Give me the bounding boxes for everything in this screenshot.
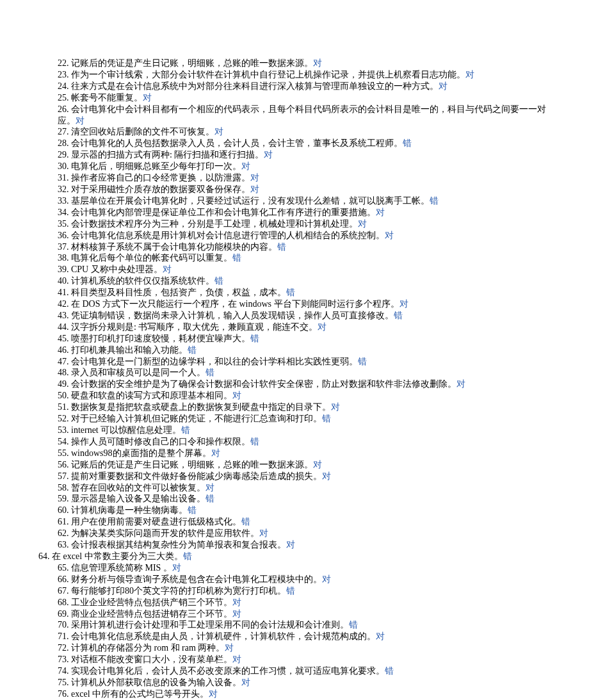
- question-number: 46.: [58, 345, 69, 355]
- question-number: 25.: [58, 93, 69, 102]
- question-text: 工业企业经营特点包括供产销三个环节。: [71, 598, 232, 607]
- question-number: 36.: [58, 231, 69, 240]
- question-item: 66. 财务分析与领导查询子系统是包含在会计电算化工程模块中的。对: [58, 574, 563, 585]
- question-number: 37.: [58, 242, 69, 252]
- answer-label: 对: [439, 81, 448, 91]
- answer-label: 错: [358, 357, 367, 366]
- question-number: 52.: [58, 414, 69, 423]
- question-item: 60. 计算机病毒是一种生物病毒。错: [58, 505, 563, 516]
- question-item: 65. 信息管理系统简称 MIS 。对: [58, 562, 563, 574]
- question-number: 42.: [58, 299, 69, 309]
- answer-label: 错: [188, 505, 197, 515]
- question-item: 35. 会计数据技术程序分为三种，分别是手工处理，机械处理和计算机处理。对: [58, 218, 563, 230]
- question-item: 62. 为解决某类实际问题而开发的软件是应用软件。对: [58, 528, 563, 539]
- answer-label: 对: [456, 379, 465, 389]
- question-item: 33. 基层单位在开展会计电算化时，只要经过试运行，没有发现什么差错，就可以脱离…: [58, 195, 563, 207]
- question-text: 清空回收站后删除的文件不可恢复。: [71, 127, 214, 136]
- question-text: 计算机系统的软件仅仅指系统软件。: [71, 276, 214, 286]
- question-item: 23. 作为一个审计线索，大部分会计软件在计算机中自行登记上机操作记录，并提供上…: [58, 69, 563, 81]
- question-text: 采用计算机进行会计处理和手工处理采用不同的会计法规和会计准则。: [71, 620, 349, 630]
- question-number: 55.: [58, 448, 69, 458]
- answer-label: 错: [277, 242, 286, 252]
- question-item: 36. 会计电算化信息系统是用计算机对会计信息进行管理的人机相结合的系统控制。对: [58, 230, 563, 241]
- answer-label: 对: [241, 161, 250, 171]
- question-text: 记账后的凭证是产生日记账，明细账，总账的唯一数据来源。: [71, 58, 313, 68]
- question-text: 对话框不能改变窗口大小，没有菜单栏。: [71, 655, 232, 664]
- answer-label: 对: [172, 563, 181, 573]
- question-item: 75. 计算机从外部获取信息的设备为输入设备。对: [58, 677, 563, 688]
- question-number: 65.: [58, 563, 69, 573]
- question-item: 47. 会计电算化是一门新型的边缘学科，和以往的会计学科相比实践性更弱。错: [58, 356, 563, 368]
- question-number: 45.: [58, 334, 69, 343]
- question-number: 44.: [58, 322, 69, 332]
- question-item: 24. 往来方式是在会计信息系统中为对部分往来科目进行深入核算与管理而单独设立的…: [58, 81, 563, 92]
- question-item: 49. 会计数据的安全维护是为了确保会计数据和会计软件安全保密，防止对数据和软件…: [58, 378, 563, 390]
- question-item: 31. 操作者应将自己的口令经常更换，以防泄露。对: [58, 172, 563, 184]
- question-item: 46. 打印机兼具输出和输入功能。错: [58, 345, 563, 356]
- question-number: 70.: [58, 620, 69, 630]
- answer-label: 对: [465, 70, 474, 79]
- question-text: 提前对重要数据和文件做好备份能减少病毒感染后造成的损失。: [71, 471, 322, 481]
- answer-label: 错: [241, 517, 250, 526]
- answer-label: 对: [163, 265, 172, 274]
- question-item: 30. 电算化后，明细账总账至少每年打印一次。对: [58, 161, 563, 172]
- question-text: 在 DOS 方式下一次只能运行一个程序，在 windows 平台下则能同时运行多…: [71, 299, 399, 309]
- answer-label: 对: [259, 528, 268, 538]
- question-number: 67.: [58, 586, 69, 596]
- question-text: 操作者应将自己的口令经常更换，以防泄露。: [71, 173, 250, 183]
- question-item: 55. windows98的桌面指的是整个屏幕。对: [58, 448, 563, 459]
- question-text: 打印机兼具输出和输入功能。: [71, 345, 188, 355]
- answer-label: 错: [183, 551, 192, 561]
- question-list: 22. 记账后的凭证是产生日记账，明细账，总账的唯一数据来源。对23. 作为一个…: [58, 58, 563, 700]
- question-item: 68. 工业企业经营特点包括供产销三个环节。对: [58, 597, 563, 608]
- question-text: 显示器的扫描方式有两种: 隔行扫描和逐行扫描。: [71, 150, 264, 159]
- answer-label: 错: [349, 620, 358, 630]
- question-number: 33.: [58, 196, 69, 206]
- question-text: 会计数据的安全维护是为了确保会计数据和会计软件安全保密，防止对数据和软件非法修改…: [71, 379, 456, 389]
- answer-label: 对: [322, 471, 331, 481]
- question-text: 在 excel 中常数主要分为三大类。: [52, 551, 183, 561]
- question-text: 汉字拆分规则是: 书写顺序，取大优先，兼顾直观，能连不交。: [71, 322, 318, 332]
- answer-label: 错: [181, 425, 190, 435]
- answer-label: 错: [188, 345, 197, 355]
- question-item: 51. 数据恢复是指把软盘或硬盘上的数据恢复到硬盘中指定的目录下。对: [58, 402, 563, 413]
- answer-label: 对: [286, 540, 295, 549]
- question-item: 69. 商业企业经营特点包括进销存三个环节。对: [58, 608, 563, 620]
- answer-label: 对: [250, 173, 259, 183]
- answer-label: 错: [206, 368, 214, 377]
- question-number: 58.: [58, 483, 69, 492]
- question-text: 对于已经输入计算机但记账的凭证，不能进行汇总查询和打印。: [71, 414, 322, 423]
- answer-label: 对: [376, 208, 385, 217]
- question-item: 57. 提前对重要数据和文件做好备份能减少病毒感染后造成的损失。对: [58, 471, 563, 482]
- question-item: 54. 操作人员可随时修改自己的口令和操作权限。错: [58, 436, 563, 448]
- answer-label: 对: [232, 609, 241, 619]
- answer-label: 错: [206, 494, 214, 503]
- question-item: 53. internet 可以惊醒信息处理。错: [58, 425, 563, 436]
- question-text: 实现会计电算化后，会计人员不必改变原来的工作习惯，就可适应电算化要求。: [71, 666, 385, 676]
- question-number: 63.: [58, 540, 69, 549]
- answer-label: 对: [211, 448, 220, 458]
- question-item: 76. excel 中所有的公式均已等号开头。对: [58, 688, 563, 700]
- question-item: 59. 显示器是输入设备又是输出设备。错: [58, 493, 563, 505]
- question-text: 会计电算化中会计科目都有一个相应的代码表示，且每个科目代码所表示的会计科目是唯一…: [58, 104, 546, 126]
- question-number: 24.: [58, 81, 69, 91]
- answer-label: 对: [250, 184, 259, 194]
- question-text: 材料核算子系统不属于会计电算化功能模块的内容。: [71, 242, 277, 252]
- answer-label: 对: [206, 483, 214, 492]
- answer-label: 对: [318, 322, 327, 332]
- answer-label: 对: [214, 127, 223, 136]
- question-text: 基层单位在开展会计电算化时，只要经过试运行，没有发现什么差错，就可以脱离手工帐。: [71, 196, 430, 206]
- question-text: windows98的桌面指的是整个屏幕。: [71, 448, 211, 458]
- question-item: 45. 喷墨打印机打印速度较慢，耗材便宜噪声大。错: [58, 333, 563, 345]
- question-item: 41. 科目类型及科目性质，包括资产，负债，权益，成本。错: [58, 287, 563, 298]
- question-text: 记账后的凭证是产生日记账，明细账，总账的唯一数据来源。: [71, 460, 313, 469]
- question-text: 计算机的存储器分为 rom 和 ram 两种。: [71, 643, 225, 653]
- document-page: 22. 记账后的凭证是产生日记账，明细账，总账的唯一数据来源。对23. 作为一个…: [0, 0, 589, 700]
- question-number: 48.: [58, 368, 69, 377]
- answer-label: 对: [232, 655, 241, 664]
- answer-label: 对: [209, 689, 218, 699]
- question-text: excel 中所有的公式均已等号开头。: [71, 689, 209, 699]
- answer-label: 错: [385, 666, 394, 676]
- question-item: 39. CPU 又称中央处理器。对: [58, 264, 563, 275]
- question-item: 32. 对于采用磁性介质存放的数据要双备份保存。对: [58, 184, 563, 195]
